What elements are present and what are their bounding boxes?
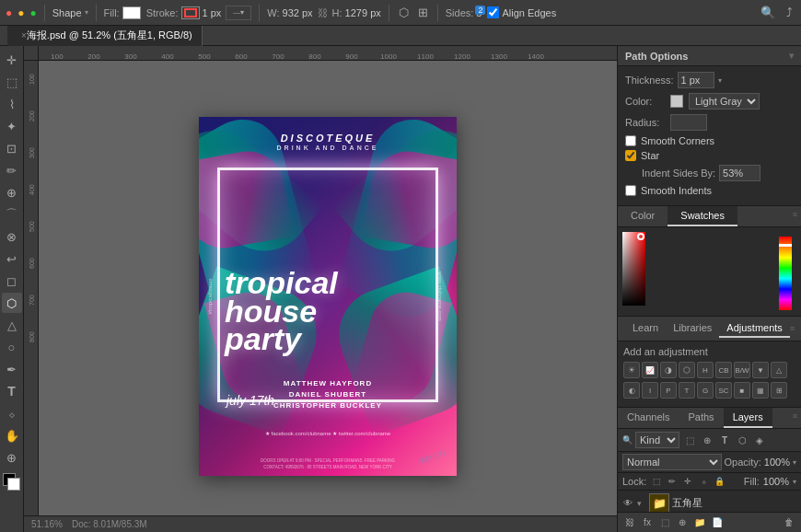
adjustment-layer-icon[interactable]: ⊕ xyxy=(675,515,690,530)
toolbar-icon-2[interactable]: ⊞ xyxy=(418,6,428,19)
path-select-tool[interactable]: ⬦ xyxy=(2,403,22,423)
pen-tool[interactable]: ✒ xyxy=(2,359,22,379)
adj-channelmixer-icon[interactable]: △ xyxy=(771,362,787,378)
color-row: Color: Light Gray xyxy=(625,93,794,110)
layer-expand-icon[interactable]: ▾ xyxy=(637,499,646,508)
layer-mask-icon[interactable]: ⬚ xyxy=(657,515,672,530)
radius-input[interactable] xyxy=(670,114,707,131)
indent-sides-input[interactable] xyxy=(719,165,760,181)
document-tab[interactable]: × 海报.psd @ 51.2% (五角星1, RGB/8) xyxy=(7,26,203,46)
color-swatch-small[interactable] xyxy=(670,95,683,108)
window-min-icon[interactable]: ● xyxy=(17,6,24,19)
adj-gradient-icon[interactable]: ▦ xyxy=(752,382,769,399)
link-layers-icon[interactable]: ⛓ xyxy=(622,515,637,530)
adj-brightness-icon[interactable]: ☀ xyxy=(623,362,640,378)
delete-layer-icon[interactable]: 🗑 xyxy=(782,515,796,530)
adj-posterize-icon[interactable]: P xyxy=(660,382,677,399)
window-close-icon[interactable]: ● xyxy=(6,6,12,19)
lock-image-icon[interactable]: ✏ xyxy=(666,475,679,488)
panel-collapse-icon[interactable]: ▾ xyxy=(789,51,794,61)
shape-tool-btn[interactable]: ⬡ xyxy=(2,293,22,313)
eraser-tool[interactable]: ◻ xyxy=(2,271,22,291)
align-edges-checkbox[interactable] xyxy=(487,6,499,18)
channels-tab[interactable]: Channels xyxy=(618,408,679,428)
clone-tool[interactable]: ⊗ xyxy=(2,226,22,247)
lock-all-icon[interactable]: 🔒 xyxy=(713,475,726,488)
new-layer-icon[interactable]: 📄 xyxy=(710,515,725,530)
layer-filter-pixel-icon[interactable]: ⬚ xyxy=(682,433,697,447)
thickness-input[interactable] xyxy=(678,72,714,88)
adj-vibrance-icon[interactable]: ⬡ xyxy=(679,362,695,378)
layer-item[interactable]: 👁 ▾ 📁 五角星 xyxy=(618,491,801,512)
adj-threshold-icon[interactable]: T xyxy=(679,382,695,399)
new-group-icon[interactable]: 📁 xyxy=(692,515,707,530)
lasso-tool[interactable]: ⌇ xyxy=(2,94,22,114)
adj-pattern-icon[interactable]: ⊞ xyxy=(771,382,787,399)
adj-bw-icon[interactable]: B/W xyxy=(734,362,750,378)
adj-colorbalance-icon[interactable]: CB xyxy=(715,362,732,378)
foreground-background-colors[interactable] xyxy=(3,473,21,492)
search-icon[interactable]: 🔍 xyxy=(760,6,775,19)
poster-container[interactable]: DISCOTEQUE DRINK AND DANCE #tropicalhous… xyxy=(199,117,457,476)
healing-tool[interactable]: ⊕ xyxy=(2,182,22,202)
layer-style-icon[interactable]: fx xyxy=(640,515,655,530)
learn-tab[interactable]: Learn xyxy=(625,319,666,338)
stroke-swatch[interactable] xyxy=(181,6,200,19)
toolbar-icon-1[interactable]: ⬡ xyxy=(399,6,409,19)
blur-tool[interactable]: △ xyxy=(2,315,22,335)
adj-selectivecolor-icon[interactable]: SC xyxy=(715,382,732,399)
crop-tool[interactable]: ⊡ xyxy=(2,138,22,158)
layer-visibility-toggle[interactable]: 👁 xyxy=(621,497,634,510)
hue-slider[interactable] xyxy=(779,237,792,310)
color-tab[interactable]: Color xyxy=(618,206,668,226)
layer-filter-type-icon[interactable]: T xyxy=(717,433,732,447)
smooth-indents-checkbox[interactable] xyxy=(625,185,636,196)
align-edges-group[interactable]: Align Edges xyxy=(487,6,556,18)
layer-filter-smart-icon[interactable]: ◈ xyxy=(752,433,767,447)
lock-transparent-icon[interactable]: ⬚ xyxy=(650,475,663,488)
lock-position-icon[interactable]: ✛ xyxy=(681,475,694,488)
move-tool[interactable]: ✛ xyxy=(2,50,22,70)
libraries-tab[interactable]: Libraries xyxy=(666,319,719,338)
layer-filter-adjust-icon[interactable]: ⊕ xyxy=(700,433,714,447)
adj-hsl-icon[interactable]: H xyxy=(697,362,714,378)
lock-artboard-icon[interactable]: ⬦ xyxy=(697,475,710,488)
history-tool[interactable]: ↩ xyxy=(2,249,22,269)
swatches-tab[interactable]: Swatches xyxy=(668,206,737,226)
share-icon[interactable]: ⤴ xyxy=(786,6,793,19)
color-spectrum[interactable] xyxy=(622,232,645,306)
adj-photofilter-icon[interactable]: ▼ xyxy=(752,362,769,378)
fill-color-swatch[interactable] xyxy=(122,6,141,19)
adj-solidcolor-icon[interactable]: ■ xyxy=(734,382,750,399)
paths-tab[interactable]: Paths xyxy=(679,408,723,428)
adj-gradientmap-icon[interactable]: G xyxy=(697,382,714,399)
adjustments-tab[interactable]: Adjustments xyxy=(719,319,790,338)
kind-dropdown[interactable]: Kind xyxy=(635,432,679,448)
zoom-tool[interactable]: ⊕ xyxy=(2,447,22,468)
shape-tool-group[interactable]: Shape ▾ xyxy=(52,7,88,18)
layers-tab[interactable]: Layers xyxy=(724,408,772,428)
select-tool[interactable]: ⬚ xyxy=(2,72,22,92)
window-max-icon[interactable]: ● xyxy=(30,6,37,19)
hand-tool[interactable]: ✋ xyxy=(2,425,22,445)
stroke-dropdown[interactable]: —▾ xyxy=(226,6,251,20)
layers-menu-icon[interactable]: ≡ xyxy=(789,408,801,428)
blend-mode-dropdown[interactable]: Normal xyxy=(622,454,722,470)
magic-wand-tool[interactable]: ✦ xyxy=(2,116,22,136)
color-dropdown[interactable]: Light Gray xyxy=(689,93,760,110)
smooth-corners-checkbox[interactable] xyxy=(625,135,636,146)
canvas-content[interactable]: DISCOTEQUE DRINK AND DANCE #tropicalhous… xyxy=(39,61,617,532)
adj-menu-icon[interactable]: ≡ xyxy=(790,324,795,333)
adj-curves-icon[interactable]: 📈 xyxy=(642,362,658,378)
layer-filter-shape-icon[interactable]: ⬡ xyxy=(735,433,749,447)
type-tool[interactable]: T xyxy=(2,381,22,401)
adj-exposure-icon[interactable]: ◑ xyxy=(660,362,677,378)
star-checkbox[interactable] xyxy=(625,150,636,161)
adj-invert-icon[interactable]: I xyxy=(642,382,658,399)
canvas-area[interactable]: 100 200 300 400 500 600 700 800 900 1000… xyxy=(24,46,617,532)
eyedropper-tool[interactable]: ✏ xyxy=(2,160,22,180)
dodge-tool[interactable]: ○ xyxy=(2,337,22,357)
panel-menu-icon[interactable]: ≡ xyxy=(789,206,801,226)
brush-tool[interactable]: ⌒ xyxy=(2,204,22,225)
adj-colorlookup-icon[interactable]: ◐ xyxy=(623,382,640,399)
